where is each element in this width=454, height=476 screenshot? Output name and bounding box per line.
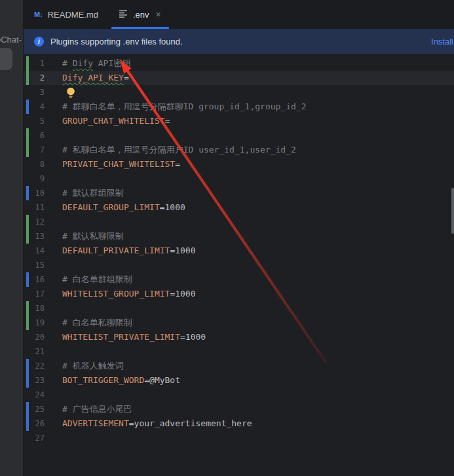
code-line[interactable]: 8PRIVATE_CHAT_WHITELIST= (24, 157, 454, 172)
code-line[interactable]: 2Dify_API_KEY= (24, 71, 454, 85)
code-line[interactable]: 25# 广告信息小尾巴 (24, 402, 454, 416)
line-number: 15 (24, 258, 45, 272)
line-number: 19 (24, 316, 45, 330)
code-text: ADVERTISEMENT=your_advertisement_here (62, 416, 252, 431)
vertical-scrollbar-thumb[interactable] (451, 188, 454, 234)
code-text: # 私聊白名单，用逗号分隔用户ID user_id_1,user_id_2 (62, 143, 296, 157)
line-number: 8 (24, 157, 45, 172)
code-text: # 白名单群组限制 (62, 272, 132, 287)
code-line[interactable]: 1# Dify API密钥 (24, 56, 454, 71)
code-editor[interactable]: 1# Dify API密钥2Dify_API_KEY=34# 群聊白名单，用逗号… (24, 55, 454, 476)
markdown-icon: M↓ (34, 10, 43, 18)
line-number: 10 (24, 186, 45, 200)
panel-fragment (0, 48, 12, 70)
line-number: 6 (24, 128, 45, 143)
code-text: DEFAULT_PRIVATE_LIMIT=1000 (62, 244, 196, 258)
info-icon: i (34, 37, 44, 46)
line-number: 17 (24, 287, 45, 301)
tab-label: .env (133, 10, 149, 20)
tab-label: README.md (48, 10, 98, 20)
code-line[interactable]: 23BOT_TRIGGER_WORD=@MyBot (24, 373, 454, 388)
file-text-icon (119, 9, 128, 20)
line-number: 2 (24, 71, 45, 85)
code-text: # 群聊白名单，用逗号分隔群聊ID group_id_1,group_id_2 (62, 100, 307, 114)
code-text: # 默认群组限制 (62, 186, 124, 200)
code-line[interactable]: 22# 机器人触发词 (24, 359, 454, 373)
code-text: # 广告信息小尾巴 (62, 402, 132, 416)
line-number: 24 (24, 388, 45, 402)
tab-env[interactable]: .env × (109, 0, 172, 29)
code-text: GROUP_CHAT_WHITELIST= (62, 114, 170, 128)
line-number: 23 (24, 373, 45, 388)
code-text: PRIVATE_CHAT_WHITELIST= (62, 157, 180, 172)
banner-message: Plugins supporting .env files found. (50, 37, 183, 46)
code-line[interactable]: 20WHITELIST_PRIVATE_LIMIT=1000 (24, 330, 454, 344)
code-line[interactable]: 12 (24, 215, 454, 229)
tree-item-label-clipped[interactable]: eChat- (0, 35, 22, 45)
line-number: 4 (24, 100, 45, 114)
intention-lightbulb-icon[interactable] (66, 86, 76, 100)
code-line[interactable]: 14DEFAULT_PRIVATE_LIMIT=1000 (24, 244, 454, 258)
line-number: 27 (24, 431, 45, 445)
code-line[interactable]: 18 (24, 301, 454, 316)
editor-window: M↓ README.md .env × i Plugins supporting… (24, 0, 454, 476)
code-line[interactable]: 6 (24, 128, 454, 143)
code-text: WHITELIST_GROUP_LIMIT=1000 (62, 287, 196, 301)
close-icon[interactable]: × (156, 10, 161, 19)
line-number: 1 (24, 56, 45, 71)
code-line[interactable]: 26ADVERTISEMENT=your_advertisement_here (24, 416, 454, 431)
code-text: WHITELIST_PRIVATE_LIMIT=1000 (62, 330, 206, 344)
code-line[interactable]: 27 (24, 431, 454, 445)
code-text: # 白名单私聊限制 (62, 316, 132, 330)
line-number: 21 (24, 344, 45, 359)
code-text: # 默认私聊限制 (62, 229, 124, 244)
code-text: DEFAULT_GROUP_LIMIT=1000 (62, 200, 185, 215)
code-text: # 机器人触发词 (62, 359, 124, 373)
line-number: 25 (24, 402, 45, 416)
code-line[interactable]: 3 (24, 85, 454, 100)
line-number: 22 (24, 359, 45, 373)
line-number: 3 (24, 85, 45, 100)
line-number: 26 (24, 416, 45, 431)
code-line[interactable]: 13# 默认私聊限制 (24, 229, 454, 244)
line-number: 11 (24, 200, 45, 215)
code-line[interactable]: 15 (24, 258, 454, 272)
line-number: 5 (24, 114, 45, 128)
plugin-notification-banner: i Plugins supporting .env files found. I… (24, 29, 454, 55)
line-number: 18 (24, 301, 45, 316)
code-text: Dify_API_KEY= (62, 71, 129, 85)
code-line[interactable]: 7# 私聊白名单，用逗号分隔用户ID user_id_1,user_id_2 (24, 143, 454, 157)
code-line[interactable]: 21 (24, 344, 454, 359)
install-link[interactable]: Install (431, 37, 453, 46)
line-number: 12 (24, 215, 45, 229)
code-line[interactable]: 16# 白名单群组限制 (24, 272, 454, 287)
line-number: 9 (24, 172, 45, 186)
tab-readme-md[interactable]: M↓ README.md (24, 0, 109, 29)
code-line[interactable]: 4# 群聊白名单，用逗号分隔群聊ID group_id_1,group_id_2 (24, 100, 454, 114)
code-line[interactable]: 5GROUP_CHAT_WHITELIST= (24, 114, 454, 128)
code-line[interactable]: 17WHITELIST_GROUP_LIMIT=1000 (24, 287, 454, 301)
editor-tab-bar: M↓ README.md .env × (24, 0, 454, 29)
line-number: 20 (24, 330, 45, 344)
line-number: 16 (24, 272, 45, 287)
code-line[interactable]: 10# 默认群组限制 (24, 186, 454, 200)
code-text: BOT_TRIGGER_WORD=@MyBot (62, 373, 180, 388)
code-line[interactable]: 19# 白名单私聊限制 (24, 316, 454, 330)
code-line[interactable]: 9 (24, 172, 454, 186)
code-text: # Dify API密钥 (62, 56, 130, 71)
line-number: 13 (24, 229, 45, 244)
code-line[interactable]: 24 (24, 388, 454, 402)
line-number: 7 (24, 143, 45, 157)
project-panel-edge: eChat- (0, 0, 24, 476)
code-line[interactable]: 11DEFAULT_GROUP_LIMIT=1000 (24, 200, 454, 215)
line-number: 14 (24, 244, 45, 258)
